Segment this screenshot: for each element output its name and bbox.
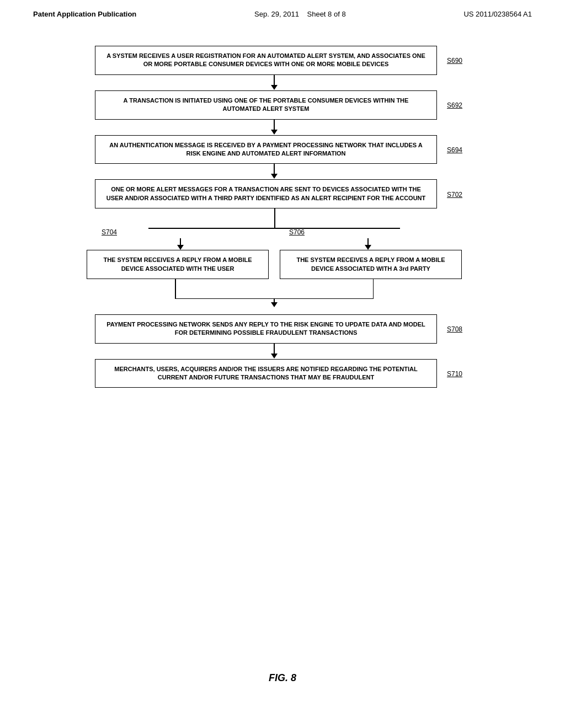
arrowhead-2	[271, 130, 278, 135]
arrowhead-3	[271, 174, 278, 179]
header-left: Patent Application Publication	[33, 10, 136, 18]
split-connector	[87, 208, 462, 228]
box-s706: THE SYSTEM RECEIVES A REPLY FROM A MOBIL…	[280, 250, 462, 279]
arrow-line-1	[274, 75, 275, 85]
arrow-3	[271, 164, 278, 179]
right-branch: S706	[274, 228, 462, 250]
step-s708: PAYMENT PROCESSING NETWORK SENDS ANY REP…	[95, 314, 470, 344]
box-s708-area: PAYMENT PROCESSING NETWORK SENDS ANY REP…	[95, 314, 437, 344]
label-s708-area: S708	[437, 324, 470, 334]
label-s694-area: S694	[437, 144, 470, 154]
box-s704: THE SYSTEM RECEIVES A REPLY FROM A MOBIL…	[87, 250, 269, 279]
step-s694: AN AUTHENTICATION MESSAGE IS RECEIVED BY…	[95, 135, 470, 164]
arrowhead-1	[271, 85, 278, 90]
label-s694: S694	[447, 146, 462, 154]
header-date: Sep. 29, 2011	[254, 10, 299, 18]
box-s708: PAYMENT PROCESSING NETWORK SENDS ANY REP…	[95, 314, 437, 344]
box-s690: A SYSTEM RECEIVES A USER REGISTRATION FO…	[95, 46, 437, 75]
right-branch-line	[367, 238, 369, 245]
split-horiz-left	[148, 228, 274, 229]
header-sheet: Sheet 8 of 8	[307, 10, 346, 18]
right-arrowhead	[365, 245, 371, 250]
label-s702: S702	[447, 191, 462, 199]
box-s694-area: AN AUTHENTICATION MESSAGE IS RECEIVED BY…	[95, 135, 437, 164]
label-s710-area: S710	[437, 368, 470, 378]
label-s710: S710	[447, 370, 462, 378]
diagram-container: A SYSTEM RECEIVES A USER REGISTRATION FO…	[0, 24, 565, 388]
box-s702: ONE OR MORE ALERT MESSAGES FOR A TRANSAC…	[95, 179, 437, 208]
split-labels-row: S704 S706	[87, 228, 462, 250]
box-s690-area: A SYSTEM RECEIVES A USER REGISTRATION FO…	[95, 46, 437, 75]
left-branch-line	[180, 238, 181, 245]
merge-left-vert	[175, 279, 176, 299]
arrow-line-3	[274, 164, 275, 174]
arrow-2	[271, 120, 278, 135]
box-s692-area: A TRANSACTION IS INITIATED USING ONE OF …	[95, 90, 437, 120]
box-s702-area: ONE OR MORE ALERT MESSAGES FOR A TRANSAC…	[95, 179, 437, 208]
label-s692-area: S692	[437, 100, 470, 110]
box-s710: MERCHANTS, USERS, ACQUIRERS AND/OR THE I…	[95, 359, 437, 388]
arrow-line-5	[274, 344, 275, 354]
header-center: Sep. 29, 2011 Sheet 8 of 8	[254, 10, 346, 18]
arrowhead-5	[271, 354, 278, 358]
step-s702: ONE OR MORE ALERT MESSAGES FOR A TRANSAC…	[95, 179, 470, 208]
label-s708: S708	[447, 325, 462, 333]
merge-right-vert	[373, 279, 374, 299]
merge-connector	[87, 279, 462, 299]
label-s690-area: S690	[437, 55, 470, 65]
split-vert-line	[274, 208, 275, 228]
box-s710-area: MERCHANTS, USERS, ACQUIRERS AND/OR THE I…	[95, 359, 437, 388]
left-branch: S704	[87, 228, 274, 250]
arrow-line-2	[274, 120, 275, 130]
main-flow: A SYSTEM RECEIVES A USER REGISTRATION FO…	[95, 46, 470, 388]
box-s692: A TRANSACTION IS INITIATED USING ONE OF …	[95, 90, 437, 120]
box-s694: AN AUTHENTICATION MESSAGE IS RECEIVED BY…	[95, 135, 437, 164]
step-s710: MERCHANTS, USERS, ACQUIRERS AND/OR THE I…	[95, 359, 470, 388]
arrowhead-merge	[271, 302, 278, 307]
arrow-merge	[271, 299, 278, 314]
s704-label-row: S704	[96, 228, 265, 238]
step-s690: A SYSTEM RECEIVES A USER REGISTRATION FO…	[95, 46, 470, 75]
arrow-5	[271, 344, 278, 359]
split-boxes-row: THE SYSTEM RECEIVES A REPLY FROM A MOBIL…	[87, 250, 462, 279]
s706-label-row: S706	[284, 228, 452, 238]
header-right: US 2011/0238564 A1	[463, 10, 532, 18]
split-horiz-right	[274, 228, 400, 229]
fig-label: FIG. 8	[269, 672, 296, 684]
label-s692: S692	[447, 101, 462, 109]
arrow-1	[271, 75, 278, 90]
label-s690: S690	[447, 57, 462, 65]
step-s692: A TRANSACTION IS INITIATED USING ONE OF …	[95, 90, 470, 120]
label-s702-area: S702	[437, 189, 470, 199]
left-arrowhead	[177, 245, 184, 250]
label-s704: S704	[102, 228, 117, 236]
page-header: Patent Application Publication Sep. 29, …	[0, 0, 565, 24]
label-s706: S706	[289, 228, 305, 236]
merge-horiz	[175, 298, 374, 299]
